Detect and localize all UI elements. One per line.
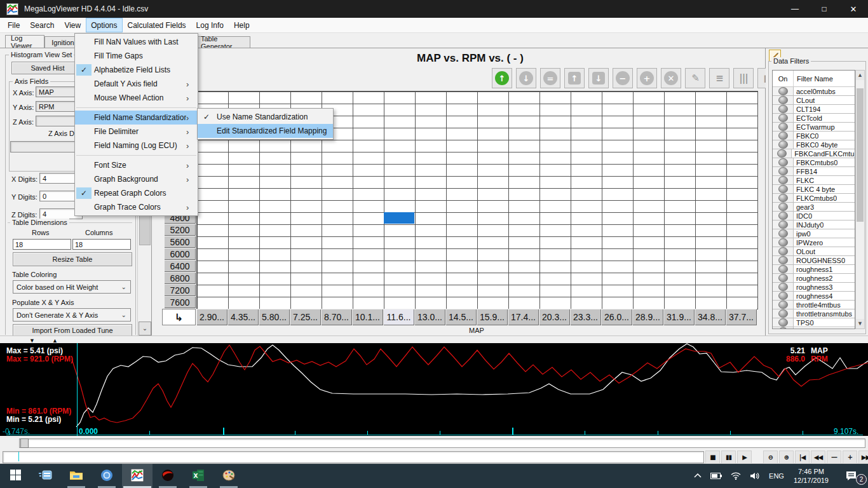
toggle-sphere-icon[interactable]: [778, 194, 788, 202]
menu-item-field-naming-log-ecu-[interactable]: Field Naming (Log ECU)›: [75, 139, 198, 152]
filter-toggle[interactable]: [773, 167, 794, 175]
filter-row[interactable]: roughness1: [773, 265, 855, 274]
column-header[interactable]: 23.3...: [570, 309, 601, 325]
taskbar-app-excel[interactable]: X: [183, 464, 214, 488]
filter-toggle[interactable]: [773, 327, 794, 329]
toggle-sphere-icon[interactable]: [778, 283, 788, 291]
edit-pencil-button[interactable]: ✎: [685, 68, 705, 88]
filter-row[interactable]: FLKCmtubs0: [773, 194, 855, 203]
filter-row[interactable]: ECTcold: [773, 114, 855, 123]
toggle-sphere-icon[interactable]: [778, 292, 788, 300]
filter-row[interactable]: FBKC0 4byte: [773, 140, 855, 149]
menu-item-default-y-axis-field[interactable]: Default Y Axis field›: [75, 77, 198, 91]
filter-row[interactable]: ROUGHNESS0: [773, 256, 855, 265]
scroll-down-button[interactable]: ↓: [516, 68, 536, 88]
column-header[interactable]: 14.5...: [445, 309, 477, 325]
row-header[interactable]: 6000: [164, 248, 196, 260]
filter-toggle[interactable]: [773, 96, 794, 104]
filter-row[interactable]: TPS0: [773, 318, 855, 327]
saved-histograms-button[interactable]: Saved Hist: [11, 62, 84, 74]
toggle-sphere-icon[interactable]: [778, 256, 788, 264]
fast-forward-button[interactable]: ▶▶: [858, 451, 868, 464]
toggle-sphere-icon[interactable]: [778, 123, 788, 131]
filter-row[interactable]: roughness3: [773, 283, 855, 292]
filter-toggle[interactable]: [773, 301, 794, 309]
resize-table-button[interactable]: Resize Table: [13, 252, 132, 266]
menu-log-info[interactable]: Log Info: [191, 18, 229, 32]
taskbar-app-task-view[interactable]: [31, 464, 61, 488]
menu-item-font-size[interactable]: Font Size›: [75, 158, 198, 172]
filter-toggle[interactable]: [773, 87, 794, 95]
filter-toggle[interactable]: [773, 194, 794, 202]
filter-row[interactable]: roughness2: [773, 274, 855, 283]
filter-row[interactable]: gear3: [773, 203, 855, 212]
filter-row[interactable]: OLout: [773, 247, 855, 256]
filter-row[interactable]: roughness4: [773, 292, 855, 301]
toggle-sphere-icon[interactable]: [778, 105, 788, 113]
toggle-sphere-icon[interactable]: [778, 274, 788, 282]
scrollbar-thumb[interactable]: [139, 211, 151, 245]
filter-row[interactable]: CLT194: [773, 105, 855, 114]
toggle-sphere-icon[interactable]: [778, 185, 788, 193]
filter-toggle[interactable]: [773, 220, 794, 229]
menu-options[interactable]: Options: [86, 18, 122, 32]
notification-center-icon[interactable]: 2: [834, 464, 868, 488]
menu-item-fill-time-gaps[interactable]: Fill Time Gaps: [75, 49, 198, 63]
toggle-sphere-icon[interactable]: [777, 149, 787, 158]
filter-row[interactable]: FBKCandFLKCmtu...: [773, 149, 855, 158]
filter-toggle[interactable]: [773, 114, 794, 122]
filter-row[interactable]: IDC0: [773, 212, 855, 220]
speaker-icon[interactable]: [745, 464, 764, 488]
selected-cell[interactable]: [384, 212, 414, 224]
row-header[interactable]: 7200: [164, 284, 196, 296]
toggle-sphere-icon[interactable]: [778, 158, 788, 166]
columns-button[interactable]: |||: [733, 68, 754, 88]
filter-toggle[interactable]: [773, 203, 794, 211]
filter-toggle[interactable]: [773, 265, 794, 273]
menu-view[interactable]: View: [59, 18, 86, 32]
menu-item-mouse-wheel-action[interactable]: Mouse Wheel Action›: [75, 91, 198, 105]
rows-button[interactable]: ≡: [709, 68, 729, 88]
filter-toggle[interactable]: [773, 274, 794, 282]
tab-table-generator[interactable]: Table Generator: [195, 36, 250, 48]
menu-item-graph-background[interactable]: Graph Background›: [75, 172, 198, 186]
filter-row[interactable]: ECTwarmup: [773, 123, 855, 132]
row-header[interactable]: 7600: [164, 296, 196, 308]
filter-toggle[interactable]: [773, 318, 794, 327]
filter-toggle[interactable]: [773, 185, 794, 193]
maximize-button[interactable]: □: [810, 0, 839, 18]
toggle-sphere-icon[interactable]: [778, 265, 788, 273]
step-back-button[interactable]: —: [827, 451, 841, 464]
add-button[interactable]: +: [637, 68, 657, 88]
battery-icon[interactable]: [706, 464, 726, 488]
toggle-sphere-icon[interactable]: [778, 238, 788, 247]
filter-row[interactable]: throttle4mtbus: [773, 301, 855, 309]
menu-item-file-delimiter[interactable]: File Delimiter›: [75, 125, 198, 139]
menu-calculated-fields[interactable]: Calculated Fields: [123, 18, 191, 32]
column-header[interactable]: 26.0...: [601, 309, 632, 325]
column-header[interactable]: 17.4...: [508, 309, 539, 325]
zoom-out-button[interactable]: ⊖: [763, 451, 778, 464]
filter-toggle[interactable]: [773, 123, 794, 131]
submenu-item-use-name-standardization[interactable]: ✓Use Name Standardization: [198, 110, 333, 124]
equalize-button[interactable]: =: [540, 68, 560, 88]
filter-row[interactable]: FLKC 4 byte: [773, 185, 855, 194]
log-overview-strip[interactable]: [3, 451, 704, 463]
filter-list-scrollbar[interactable]: ▲ ▼: [855, 70, 865, 329]
table-coloring-select[interactable]: Color based on Hit Weight ⌄: [13, 280, 131, 294]
toggle-sphere-icon[interactable]: [778, 114, 788, 122]
column-header[interactable]: 8.70...: [321, 309, 352, 325]
toggle-sphere-icon[interactable]: [778, 309, 788, 318]
column-header[interactable]: 7.25...: [290, 309, 321, 325]
log-graph[interactable]: Max = 5.41 (psi) Max = 921.0 (RPM) Min =…: [0, 343, 868, 436]
remove-button[interactable]: −: [613, 68, 633, 88]
column-header[interactable]: 4.35...: [227, 309, 259, 325]
filter-row[interactable]: FFB14: [773, 167, 855, 176]
tab-log-viewer[interactable]: Log Viewer: [5, 35, 44, 48]
language-indicator[interactable]: ENG: [764, 464, 789, 488]
taskbar-app-chromium[interactable]: [92, 464, 122, 488]
column-header[interactable]: 31.9...: [663, 309, 695, 325]
filter-row[interactable]: FBKC0: [773, 132, 855, 140]
filter-row[interactable]: IPWzero: [773, 238, 855, 247]
toggle-sphere-icon[interactable]: [778, 87, 788, 95]
